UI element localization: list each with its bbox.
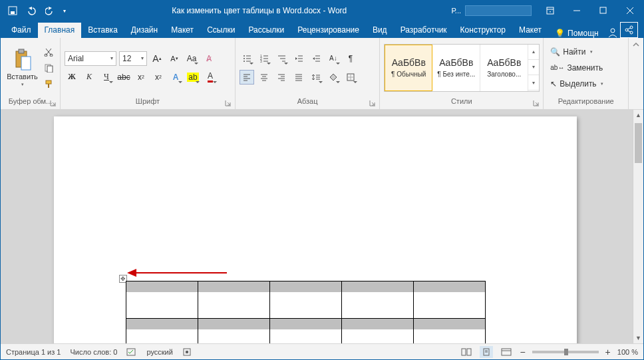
- font-name-combo[interactable]: Arial▾: [65, 51, 116, 66]
- tab-table-design[interactable]: Конструктор: [454, 23, 512, 38]
- replace-button[interactable]: ab↔Заменить: [550, 61, 603, 75]
- print-layout-button[interactable]: [480, 346, 493, 358]
- tab-insert[interactable]: Вставка: [81, 23, 124, 38]
- font-launcher[interactable]: [224, 99, 234, 108]
- clipboard-group: Вставить ▾ Буфер обм...: [1, 38, 61, 109]
- maximize-button[interactable]: [590, 1, 617, 21]
- underline-button[interactable]: Ч: [99, 70, 114, 85]
- style-normal[interactable]: АаБбВв ¶ Обычный: [385, 45, 432, 91]
- svg-rect-20: [46, 81, 51, 84]
- spellcheck-icon[interactable]: [126, 347, 137, 357]
- styles-gallery-scroll[interactable]: ▴▾▾: [528, 45, 539, 91]
- language-indicator[interactable]: русский: [146, 348, 172, 356]
- document-table[interactable]: [126, 281, 486, 343]
- justify-button[interactable]: [291, 70, 306, 85]
- tab-developer[interactable]: Разработчик: [394, 23, 454, 38]
- svg-point-24: [243, 58, 245, 59]
- subscript-button[interactable]: x2: [134, 70, 148, 85]
- increase-indent-button[interactable]: [309, 51, 323, 66]
- close-button[interactable]: [617, 1, 643, 21]
- title-bar: ▾ Как изменить цвет таблицы в Word.docx …: [1, 1, 643, 21]
- collapse-ribbon-button[interactable]: [629, 38, 643, 109]
- shrink-font-button[interactable]: A▾: [167, 51, 182, 66]
- strikethrough-button[interactable]: abc: [116, 70, 131, 85]
- search-icon: 🔍: [550, 47, 560, 57]
- read-mode-button[interactable]: [460, 346, 473, 358]
- web-layout-button[interactable]: [500, 346, 513, 358]
- font-size-combo[interactable]: 12▾: [119, 51, 147, 66]
- align-right-button[interactable]: [274, 70, 289, 85]
- tell-me-search[interactable]: 💡 Помощн: [548, 29, 605, 38]
- tab-references[interactable]: Ссылки: [200, 23, 242, 38]
- user-label: Р...: [452, 7, 461, 15]
- align-left-button[interactable]: [240, 70, 254, 85]
- select-button[interactable]: ↖Выделить▾: [550, 77, 603, 91]
- account-icon[interactable]: [605, 27, 620, 38]
- paste-button[interactable]: Вставить ▾: [5, 44, 40, 92]
- tab-mailings[interactable]: Рассылки: [242, 23, 291, 38]
- svg-rect-4: [600, 7, 606, 13]
- clear-formatting-button[interactable]: A̷: [202, 51, 216, 66]
- scroll-down-button[interactable]: ▼: [633, 333, 643, 343]
- tab-layout[interactable]: Макет: [164, 23, 200, 38]
- save-button[interactable]: [5, 3, 21, 19]
- superscript-button[interactable]: x2: [151, 70, 166, 85]
- sort-button[interactable]: A↓: [326, 51, 341, 66]
- text-effects-button[interactable]: A: [168, 70, 183, 85]
- zoom-out-button[interactable]: −: [520, 347, 525, 357]
- bullets-button[interactable]: [240, 51, 254, 66]
- ribbon-display-options-button[interactable]: [537, 1, 564, 21]
- svg-rect-1: [11, 11, 15, 14]
- editing-group-label: Редактирование: [558, 97, 614, 105]
- zoom-level[interactable]: 100 %: [617, 348, 638, 356]
- show-marks-button[interactable]: ¶: [343, 51, 358, 66]
- bold-button[interactable]: Ж: [65, 70, 79, 85]
- scroll-up-button[interactable]: ▲: [633, 110, 643, 120]
- minimize-button[interactable]: [564, 1, 590, 21]
- find-button[interactable]: 🔍Найти▾: [550, 45, 603, 59]
- user-account-area[interactable]: Р...: [446, 5, 537, 16]
- share-button[interactable]: [620, 22, 638, 38]
- decrease-indent-button[interactable]: [291, 51, 306, 66]
- vertical-scrollbar[interactable]: ▲ ▼: [633, 110, 643, 343]
- qat-customize-button[interactable]: ▾: [61, 3, 69, 19]
- paragraph-launcher[interactable]: [369, 99, 378, 108]
- clipboard-launcher[interactable]: [49, 99, 59, 108]
- paragraph-group: 123 A↓ ¶: [236, 38, 380, 109]
- tab-view[interactable]: Вид: [366, 23, 394, 38]
- font-color-button[interactable]: A: [203, 70, 218, 85]
- scroll-thumb[interactable]: [635, 123, 642, 163]
- undo-button[interactable]: [23, 3, 39, 19]
- ribbon: Вставить ▾ Буфер обм... Arial▾ 12▾ A▴: [1, 38, 643, 110]
- zoom-slider[interactable]: [532, 351, 599, 353]
- style-heading1[interactable]: АаБбВв Заголово...: [480, 45, 528, 91]
- highlight-button[interactable]: ab: [186, 70, 200, 85]
- shading-button[interactable]: [326, 70, 341, 85]
- borders-button[interactable]: [343, 70, 358, 85]
- grow-font-button[interactable]: A▴: [150, 51, 164, 66]
- macro-indicator[interactable]: [182, 347, 192, 357]
- multilevel-list-button[interactable]: [274, 51, 289, 66]
- zoom-in-button[interactable]: +: [605, 347, 611, 357]
- tab-review[interactable]: Рецензирование: [291, 23, 366, 38]
- redo-button[interactable]: [42, 3, 58, 19]
- line-spacing-button[interactable]: [309, 70, 323, 85]
- italic-button[interactable]: К: [82, 70, 96, 85]
- change-case-button[interactable]: Aa: [184, 51, 199, 66]
- page-count[interactable]: Страница 1 из 1: [6, 348, 61, 356]
- tab-file[interactable]: Файл: [5, 23, 38, 38]
- word-count[interactable]: Число слов: 0: [70, 348, 117, 356]
- style-no-spacing[interactable]: АаБбВв ¶ Без инте...: [432, 45, 480, 91]
- word-application-window: ▾ Как изменить цвет таблицы в Word.docx …: [0, 0, 644, 360]
- numbering-button[interactable]: 123: [257, 51, 271, 66]
- document-title: Как изменить цвет таблицы в Word.docx - …: [73, 6, 446, 15]
- align-center-button[interactable]: [257, 70, 271, 85]
- tab-design[interactable]: Дизайн: [124, 23, 164, 38]
- copy-button[interactable]: [41, 61, 56, 75]
- styles-launcher[interactable]: [532, 99, 542, 108]
- format-painter-button[interactable]: [41, 77, 56, 90]
- tab-table-layout[interactable]: Макет: [512, 23, 548, 38]
- paste-label: Вставить: [7, 73, 38, 81]
- cut-button[interactable]: [41, 45, 56, 59]
- tab-home[interactable]: Главная: [38, 23, 82, 38]
